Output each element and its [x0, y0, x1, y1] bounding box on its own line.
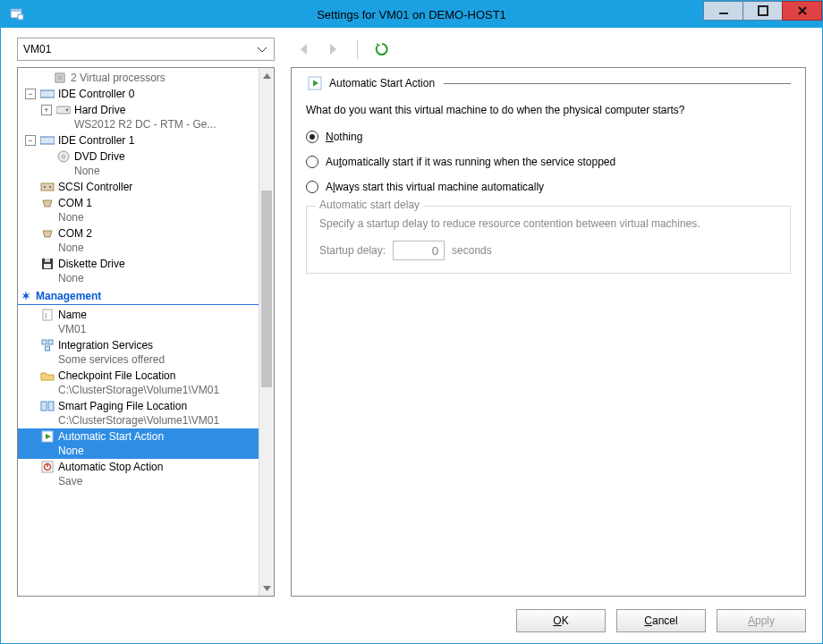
window-title: Settings for VM01 on DEMO-HOST1	[1, 8, 822, 21]
processor-icon	[52, 71, 68, 85]
svg-rect-17	[45, 258, 50, 262]
radio-always-start[interactable]: Always start this virtual machine automa…	[306, 181, 791, 193]
radio-label: Always start this virtual machine automa…	[326, 181, 544, 193]
tree-item-paging[interactable]: Smart Paging File Location C:\ClusterSto…	[18, 398, 259, 428]
tree-item-sub: Some services offered	[58, 353, 165, 366]
tree-item-scsi[interactable]: SCSI Controller	[18, 179, 259, 195]
svg-rect-6	[57, 75, 63, 80]
scroll-down-button[interactable]	[259, 580, 274, 596]
startup-delay-label: Startup delay:	[319, 244, 386, 257]
svg-rect-18	[44, 264, 51, 268]
detail-pane: Automatic Start Action What do you want …	[291, 67, 806, 597]
section-label: Management	[36, 290, 101, 302]
svg-rect-2	[18, 14, 23, 20]
controller-icon	[39, 87, 55, 101]
refresh-button[interactable]	[372, 39, 392, 59]
radio-icon	[306, 131, 318, 143]
tree-scrollbar[interactable]	[259, 68, 274, 596]
tree-item-ide1[interactable]: − IDE Controller 1	[18, 132, 259, 148]
vm-selector[interactable]: VM01	[17, 38, 275, 61]
tree-item-start-action[interactable]: Automatic Start Action None	[18, 428, 259, 459]
tree-item-processor[interactable]: 2 Virtual processors	[18, 70, 259, 86]
svg-rect-24	[41, 402, 47, 411]
vm-selector-value: VM01	[23, 43, 51, 55]
expand-icon[interactable]: +	[41, 105, 52, 115]
tree-item-label: Automatic Stop Action	[58, 460, 163, 474]
maximize-button[interactable]	[742, 1, 783, 21]
nav-forward-button[interactable]	[323, 39, 343, 59]
window-buttons	[704, 1, 822, 28]
tree-item-label: COM 1	[58, 196, 92, 210]
svg-point-14	[44, 186, 46, 188]
tree-section-management[interactable]: ✶ Management	[18, 288, 259, 305]
tree-item-sub: C:\ClusterStorage\Volume1\VM01	[58, 384, 219, 396]
tree-item-sub: None	[58, 445, 84, 457]
scroll-thumb[interactable]	[261, 191, 272, 387]
svg-rect-22	[48, 340, 53, 344]
tree-item-com2[interactable]: COM 2 None	[18, 225, 259, 256]
section-marker-icon: ✶	[21, 290, 30, 302]
svg-rect-3	[719, 13, 728, 14]
tree-item-label: Automatic Start Action	[58, 429, 164, 444]
tree-item-diskette[interactable]: Diskette Drive None	[18, 256, 259, 286]
titlebar: Settings for VM01 on DEMO-HOST1	[1, 1, 822, 28]
integration-icon	[39, 338, 55, 352]
radio-label: Nothing	[326, 131, 362, 143]
paging-icon	[39, 399, 55, 413]
cancel-button[interactable]: Cancel	[616, 609, 706, 632]
chevron-down-icon	[254, 42, 270, 58]
apply-button[interactable]: Apply	[717, 609, 806, 632]
panel-question: What do you want this virtual machine to…	[306, 104, 791, 116]
settings-tree[interactable]: 2 Virtual processors − IDE Controller 0	[18, 68, 259, 596]
tree-item-sub: C:\ClusterStorage\Volume1\VM01	[58, 414, 219, 427]
tree-item-integration[interactable]: Integration Services Some services offer…	[18, 337, 259, 368]
close-button[interactable]	[782, 1, 822, 21]
startup-delay-input[interactable]	[393, 241, 445, 260]
tree-item-label: Smart Paging File Location	[58, 399, 187, 413]
tree-item-label: DVD Drive	[74, 149, 125, 164]
start-delay-group: Automatic start delay Specify a startup …	[306, 206, 791, 274]
stop-action-icon	[39, 460, 55, 474]
tree-item-checkpoint[interactable]: Checkpoint File Location C:\ClusterStora…	[18, 368, 259, 398]
svg-rect-7	[40, 90, 55, 97]
tree-item-ide0-hdd[interactable]: + Hard Drive WS2012 R2 DC - RTM - Ge...	[18, 102, 259, 132]
tree-item-ide1-dvd[interactable]: DVD Drive None	[18, 148, 259, 179]
ok-button[interactable]: OK	[516, 609, 606, 632]
app-icon	[8, 5, 26, 23]
tree-item-ide0[interactable]: − IDE Controller 0	[18, 86, 259, 102]
nav-arrows	[294, 39, 392, 59]
svg-rect-25	[48, 402, 54, 411]
tree-item-sub: None	[58, 242, 84, 254]
folder-icon	[39, 369, 55, 383]
minimize-button[interactable]	[703, 1, 743, 21]
svg-rect-8	[56, 106, 71, 114]
scroll-track[interactable]	[259, 83, 274, 580]
dvd-icon	[55, 149, 72, 164]
collapse-icon[interactable]: −	[25, 135, 36, 146]
svg-point-12	[63, 156, 65, 158]
tree-item-com1[interactable]: COM 1 None	[18, 195, 259, 225]
svg-rect-13	[41, 183, 54, 191]
radio-auto-if-running[interactable]: Automatically start if it was running wh…	[306, 156, 791, 168]
tree-item-name[interactable]: I Name VM01	[18, 307, 259, 337]
tree-item-sub: None	[58, 272, 84, 284]
group-title: Automatic start delay	[316, 199, 423, 211]
settings-window: Settings for VM01 on DEMO-HOST1 VM01	[0, 0, 823, 644]
tree-item-label: IDE Controller 1	[58, 133, 134, 148]
tree-item-label: Checkpoint File Location	[58, 369, 175, 383]
svg-rect-21	[42, 340, 47, 344]
tree-item-sub: Save	[58, 475, 82, 487]
nav-back-button[interactable]	[294, 39, 314, 59]
dialog-footer: OK Cancel Apply	[17, 597, 806, 632]
tree-item-label: Diskette Drive	[58, 257, 125, 271]
scroll-up-button[interactable]	[259, 68, 274, 83]
collapse-icon[interactable]: −	[25, 89, 36, 99]
tree-item-label: 2 Virtual processors	[71, 71, 165, 85]
tree-item-stop-action[interactable]: Automatic Stop Action Save	[18, 459, 259, 489]
radio-nothing[interactable]: Nothing	[306, 131, 791, 143]
tree-item-label: COM 2	[58, 226, 92, 241]
tree-item-label: IDE Controller 0	[58, 87, 134, 101]
radio-icon	[306, 156, 318, 168]
floppy-icon	[39, 257, 55, 271]
svg-rect-29	[47, 463, 48, 467]
